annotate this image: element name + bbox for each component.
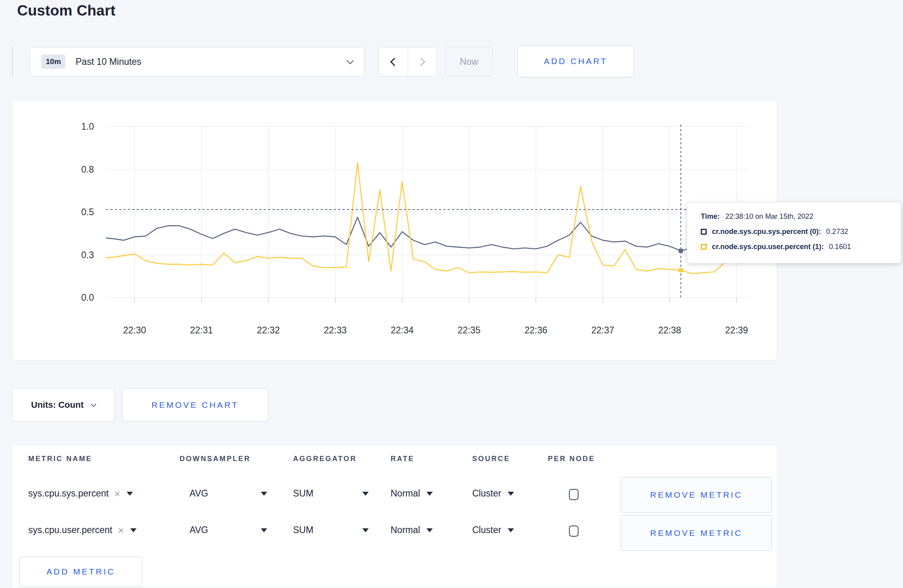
rate-select[interactable]: Normal <box>391 488 433 499</box>
dropdown-arrow-icon <box>130 528 137 532</box>
x-axis-tick-label: 22:36 <box>524 325 547 335</box>
metrics-table: METRIC NAME DOWNSAMPLER AGGREGATOR RATE … <box>12 445 777 588</box>
header-downsampler: DOWNSAMPLER <box>180 455 251 463</box>
aggregator-select[interactable]: SUM <box>293 488 369 499</box>
tooltip-series-row: cr.node.sys.cpu.sys.percent (0): 0.2732 <box>701 228 901 236</box>
time-range-selector[interactable]: 10m Past 10 Minutes <box>30 47 364 76</box>
user-series-swatch-icon <box>701 244 707 250</box>
per-node-checkbox[interactable] <box>569 526 579 537</box>
dropdown-arrow-icon <box>362 528 369 532</box>
y-axis-tick-label: 0.3 <box>81 250 94 260</box>
dropdown-arrow-icon <box>127 492 133 496</box>
line-chart[interactable]: 0.00.30.50.81.022:3022:3122:3222:3322:34… <box>12 101 778 361</box>
dropdown-arrow-icon <box>426 492 433 496</box>
source-select[interactable]: Cluster <box>472 525 514 535</box>
header-aggregator: AGGREGATOR <box>293 455 357 463</box>
units-dropdown[interactable]: Units: Count <box>12 388 115 422</box>
metric-name-value: sys.cpu.sys.percent <box>28 488 109 499</box>
chevron-left-icon <box>390 57 399 66</box>
aggregator-value: SUM <box>293 525 313 535</box>
tooltip-time-row: Time: 22:38:10 on Mar 15th, 2022 <box>701 212 901 221</box>
y-axis-tick-label: 0.5 <box>81 207 94 217</box>
x-axis-tick-label: 22:35 <box>457 325 481 335</box>
x-axis-tick-label: 22:30 <box>123 325 146 335</box>
chart-tooltip: Time: 22:38:10 on Mar 15th, 2022 cr.node… <box>687 202 901 263</box>
rate-value: Normal <box>391 488 420 499</box>
add-metric-button[interactable]: ADD METRIC <box>20 557 142 587</box>
now-button[interactable]: Now <box>445 47 493 76</box>
source-value: Cluster <box>472 488 501 499</box>
chevron-right-icon <box>417 57 425 66</box>
series-line-sys <box>101 217 748 251</box>
x-axis-tick-label: 22:34 <box>391 325 414 335</box>
units-label: Units: Count <box>31 400 84 410</box>
per-node-checkbox[interactable] <box>569 489 579 500</box>
dropdown-arrow-icon <box>426 528 433 532</box>
aggregator-select[interactable]: SUM <box>293 525 369 535</box>
rate-select[interactable]: Normal <box>391 525 433 535</box>
tooltip-series-value: 0.2732 <box>826 228 848 236</box>
series-line-user <box>101 162 748 274</box>
tooltip-series-name: cr.node.sys.cpu.user.percent (1): <box>712 243 824 251</box>
remove-metric-button[interactable]: REMOVE METRIC <box>621 515 772 551</box>
sys-series-swatch-icon <box>701 229 707 235</box>
clear-metric-icon[interactable]: × <box>114 489 120 499</box>
aggregator-value: SUM <box>293 488 313 499</box>
downsampler-value: AVG <box>190 488 208 499</box>
header-rate: RATE <box>391 455 414 463</box>
downsampler-select[interactable]: AVG <box>190 525 267 535</box>
dropdown-arrow-icon <box>508 492 514 496</box>
header-metric-name: METRIC NAME <box>28 455 92 463</box>
metric-name-select[interactable]: sys.cpu.user.percent × <box>28 525 137 535</box>
toolbar-divider <box>12 47 13 76</box>
remove-chart-button[interactable]: REMOVE CHART <box>122 388 268 422</box>
source-select[interactable]: Cluster <box>472 488 514 499</box>
downsampler-select[interactable]: AVG <box>190 488 267 499</box>
x-axis-tick-label: 22:38 <box>658 325 681 335</box>
metric-name-value: sys.cpu.user.percent <box>28 525 112 535</box>
y-axis-tick-label: 0.0 <box>81 292 94 303</box>
rate-value: Normal <box>391 525 420 535</box>
tooltip-time-value: 22:38:10 on Mar 15th, 2022 <box>725 212 813 221</box>
y-axis-tick-label: 1.0 <box>81 121 94 132</box>
dropdown-arrow-icon <box>362 492 369 496</box>
x-axis-tick-label: 22:32 <box>257 325 280 335</box>
source-value: Cluster <box>472 525 501 535</box>
x-axis-tick-label: 22:37 <box>591 325 614 335</box>
x-axis-tick-label: 22:33 <box>324 325 347 335</box>
time-pager <box>378 47 437 76</box>
dropdown-arrow-icon <box>508 528 514 532</box>
dropdown-arrow-icon <box>261 492 267 496</box>
prev-range-button[interactable] <box>379 47 408 76</box>
time-range-label: Past 10 Minutes <box>76 56 348 67</box>
remove-metric-button[interactable]: REMOVE METRIC <box>621 477 772 513</box>
clear-metric-icon[interactable]: × <box>118 525 124 535</box>
tooltip-series-row: cr.node.sys.cpu.user.percent (1): 0.1601 <box>701 243 901 251</box>
tooltip-series-value: 0.1601 <box>829 243 851 251</box>
custom-chart-page: Custom Chart 10m Past 10 Minutes Now ADD… <box>0 0 903 588</box>
time-range-badge: 10m <box>41 55 65 69</box>
x-axis-tick-label: 22:39 <box>725 325 748 335</box>
dropdown-arrow-icon <box>261 528 267 532</box>
tooltip-series-name: cr.node.sys.cpu.sys.percent (0): <box>712 228 821 236</box>
next-range-button[interactable] <box>408 47 437 76</box>
header-source: SOURCE <box>472 455 510 463</box>
metric-name-select[interactable]: sys.cpu.sys.percent × <box>28 488 133 499</box>
chevron-down-icon <box>91 401 96 407</box>
x-axis-tick-label: 22:31 <box>190 325 213 335</box>
chevron-down-icon <box>346 57 354 64</box>
y-axis-tick-label: 0.8 <box>81 164 94 175</box>
add-chart-button[interactable]: ADD CHART <box>518 45 634 77</box>
header-per-node: PER NODE <box>548 455 595 463</box>
downsampler-value: AVG <box>190 525 208 535</box>
page-title: Custom Chart <box>17 2 115 19</box>
tooltip-time-label: Time: <box>701 212 720 221</box>
chart-card: 0.00.30.50.81.022:3022:3122:3222:3322:34… <box>12 100 777 360</box>
